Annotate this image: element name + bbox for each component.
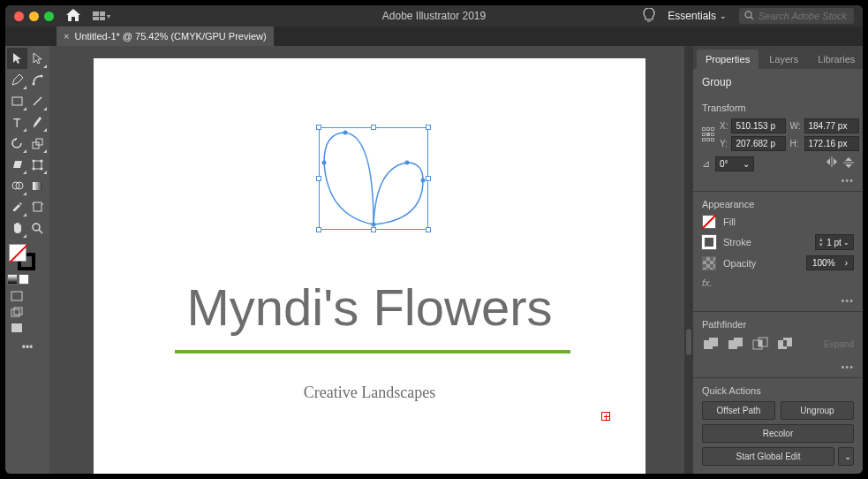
eyedropper-tool[interactable] <box>7 196 27 217</box>
svg-rect-24 <box>14 308 22 315</box>
flip-vertical-icon[interactable] <box>843 156 854 171</box>
draw-modes <box>7 274 48 285</box>
stroke-swatch-icon[interactable] <box>702 235 716 249</box>
document-tab[interactable]: × Untitled-1* @ 75.42% (CMYK/GPU Preview… <box>57 27 274 46</box>
search-input[interactable] <box>759 11 849 21</box>
eraser-tool[interactable] <box>7 154 27 175</box>
h-field[interactable] <box>804 136 859 151</box>
fx-label[interactable]: fx. <box>702 276 854 290</box>
selected-group[interactable] <box>319 127 428 230</box>
direct-selection-tool[interactable] <box>27 48 48 69</box>
flip-horizontal-icon[interactable] <box>826 156 838 171</box>
tab-layers[interactable]: Layers <box>760 49 807 69</box>
pathfinder-more-button[interactable]: ••• <box>693 360 863 377</box>
search-box[interactable] <box>739 8 854 24</box>
maximize-window-button[interactable] <box>44 11 54 21</box>
offset-path-button[interactable]: Offset Path <box>702 401 775 420</box>
transform-title: Transform <box>702 103 854 113</box>
workspace-switcher[interactable]: Essentials ⌄ <box>668 10 727 22</box>
draw-behind[interactable] <box>7 304 26 320</box>
hand-tool[interactable] <box>7 217 27 239</box>
x-field[interactable] <box>731 118 786 133</box>
pen-tool[interactable] <box>7 69 27 90</box>
pathfinder-unite-icon[interactable] <box>702 335 720 353</box>
rectangle-tool[interactable] <box>7 90 27 111</box>
curvature-tool[interactable] <box>27 69 48 90</box>
opacity-label[interactable]: Opacity <box>723 258 756 269</box>
svg-rect-9 <box>34 161 42 169</box>
y-field[interactable] <box>731 136 786 151</box>
svg-rect-40 <box>783 340 787 346</box>
zoom-tool[interactable] <box>27 217 48 239</box>
selection-tool[interactable] <box>7 48 27 69</box>
canvas-area[interactable]: Myndi's Flowers Creative Landscapes <box>49 46 684 474</box>
edit-toolbar-button[interactable]: ••• <box>7 341 48 354</box>
reference-point-selector[interactable] <box>702 127 714 143</box>
fill-swatch[interactable] <box>9 244 26 262</box>
svg-point-10 <box>33 159 35 162</box>
main-area: T <box>5 46 863 474</box>
minimize-window-button[interactable] <box>29 11 39 21</box>
stroke-weight-field[interactable]: ▴▾ 1 pt⌄ <box>815 234 854 250</box>
stroke-label[interactable]: Stroke <box>723 237 751 247</box>
close-tab-icon[interactable]: × <box>64 31 69 42</box>
svg-point-0 <box>745 11 751 18</box>
draw-normal[interactable] <box>7 288 26 304</box>
gradient-tool[interactable] <box>27 175 48 196</box>
pathfinder-title: Pathfinder <box>702 319 854 330</box>
stepper-icon[interactable]: ▴▾ <box>819 237 823 247</box>
opacity-field[interactable]: 100%› <box>806 255 854 270</box>
none-mode[interactable] <box>19 274 29 285</box>
shape-builder-tool[interactable] <box>7 175 27 196</box>
panel-collapse-grip[interactable] <box>686 329 691 355</box>
scale-tool[interactable] <box>27 133 48 154</box>
arrange-documents-button[interactable]: ▾ <box>93 11 110 20</box>
home-icon[interactable] <box>66 9 80 24</box>
global-edit-options-button[interactable]: ⌄ <box>838 447 854 466</box>
recolor-button[interactable]: Recolor <box>702 424 854 443</box>
leaf-artwork <box>319 127 428 230</box>
close-window-button[interactable] <box>14 11 24 21</box>
appearance-more-button[interactable]: ••• <box>693 293 863 311</box>
tab-libraries[interactable]: Libraries <box>809 49 863 69</box>
rotate-tool[interactable] <box>7 133 27 154</box>
free-transform-tool[interactable] <box>27 154 48 175</box>
svg-point-30 <box>405 161 410 165</box>
svg-point-20 <box>33 224 40 231</box>
screen-modes <box>7 288 48 336</box>
type-tool[interactable]: T <box>7 111 27 133</box>
x-label: X: <box>720 121 728 131</box>
artboard[interactable]: Myndi's Flowers Creative Landscapes <box>94 58 645 474</box>
titlebar: ▾ Adobe Illustrator 2019 Essentials ⌄ <box>5 5 863 27</box>
fill-stroke-swatch[interactable] <box>7 242 48 272</box>
svg-point-2 <box>33 82 35 85</box>
ungroup-button[interactable]: Ungroup <box>781 401 854 420</box>
start-global-edit-button[interactable]: Start Global Edit <box>702 447 834 466</box>
fill-swatch-icon[interactable] <box>702 215 716 229</box>
panel-tabs: Properties Layers Libraries <box>693 46 863 69</box>
angle-icon: ⊿ <box>702 158 710 170</box>
lightbulb-icon[interactable] <box>643 8 655 25</box>
svg-rect-22 <box>11 292 22 300</box>
appearance-title: Appearance <box>702 199 854 209</box>
transform-more-button[interactable]: ••• <box>693 173 863 191</box>
tab-properties[interactable]: Properties <box>697 49 759 69</box>
screen-mode[interactable] <box>7 320 26 336</box>
pathfinder-intersect-icon[interactable] <box>751 335 769 353</box>
w-field[interactable] <box>804 118 859 133</box>
tagline-text[interactable]: Creative Landscapes <box>94 384 645 402</box>
panel-gutter[interactable] <box>684 46 693 474</box>
opacity-swatch-icon[interactable] <box>702 256 716 270</box>
pathfinder-minus-front-icon[interactable] <box>727 335 744 353</box>
headline-text[interactable]: Myndi's Flowers <box>94 278 645 337</box>
color-mode[interactable] <box>7 274 18 285</box>
pathfinder-exclude-icon[interactable] <box>776 335 794 353</box>
line-tool[interactable] <box>27 90 48 111</box>
artboard-tool[interactable] <box>27 196 48 217</box>
paintbrush-tool[interactable] <box>27 111 48 133</box>
svg-rect-16 <box>33 182 42 190</box>
svg-rect-17 <box>34 202 42 211</box>
divider-line[interactable] <box>175 350 570 354</box>
document-tab-title: Untitled-1* @ 75.42% (CMYK/GPU Preview) <box>74 31 266 42</box>
angle-field[interactable]: 0°⌄ <box>715 156 754 171</box>
